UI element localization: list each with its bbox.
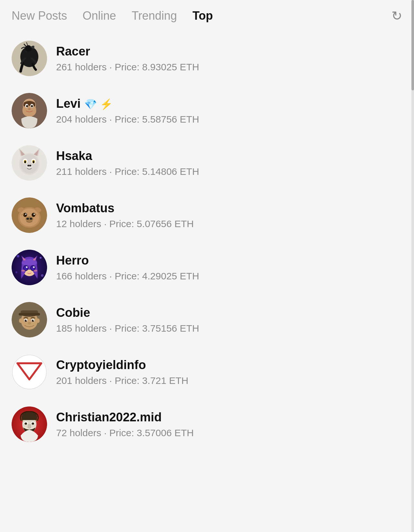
svg-point-13 — [28, 108, 31, 110]
item-sub: 72 holders · Price: 3.57006 ETH — [56, 427, 194, 438]
svg-point-25 — [25, 161, 26, 163]
item-info: Christian2022.mid 72 holders · Price: 3.… — [56, 410, 194, 438]
scrollbar-track — [411, 0, 414, 532]
avatar — [12, 93, 47, 128]
svg-point-16 — [20, 154, 38, 174]
svg-point-26 — [33, 161, 34, 163]
item-sub: 12 holders · Price: 5.07656 ETH — [56, 218, 194, 229]
svg-point-76 — [36, 318, 40, 323]
avatar — [12, 41, 47, 76]
user-list: Racer 261 holders · Price: 8.93025 ETH — [0, 29, 414, 454]
svg-rect-67 — [19, 313, 40, 316]
item-info: Herro 166 holders · Price: 4.29025 ETH — [56, 253, 199, 282]
svg-point-41 — [26, 218, 29, 220]
item-sub: 204 holders · Price: 5.58756 ETH — [56, 114, 199, 125]
list-item[interactable]: Herro 166 holders · Price: 4.29025 ETH — [0, 241, 414, 294]
scrollbar-thumb[interactable] — [411, 0, 414, 90]
svg-point-57 — [21, 270, 25, 272]
svg-point-55 — [26, 266, 28, 268]
svg-point-71 — [32, 320, 34, 322]
list-item[interactable]: Levi 💎 ⚡ 204 holders · Price: 5.58756 ET… — [0, 85, 414, 137]
svg-point-45 — [17, 255, 19, 257]
avatar — [12, 145, 47, 181]
avatar — [12, 407, 47, 442]
item-info: Hsaka 211 holders · Price: 5.14806 ETH — [56, 149, 199, 177]
item-name: Hsaka — [56, 149, 199, 164]
svg-point-42 — [30, 218, 32, 220]
svg-point-11 — [26, 105, 28, 107]
item-sub: 211 holders · Price: 5.14806 ETH — [56, 166, 199, 177]
svg-point-70 — [25, 320, 27, 322]
svg-point-87 — [25, 423, 27, 425]
svg-point-38 — [25, 214, 26, 215]
list-item[interactable]: Christian2022.mid 72 holders · Price: 3.… — [0, 398, 414, 450]
svg-point-72 — [26, 320, 26, 320]
item-name: Cobie — [56, 306, 199, 320]
item-name: Cryptoyieldinfo — [56, 358, 188, 373]
nav-tabs: New Posts Online Trending Top — [12, 9, 391, 23]
svg-point-12 — [31, 105, 33, 107]
tab-online[interactable]: Online — [83, 9, 116, 23]
svg-point-74 — [28, 322, 31, 325]
avatar — [12, 302, 47, 337]
avatar — [12, 197, 47, 233]
item-info: Cobie 185 holders · Price: 3.75156 ETH — [56, 306, 199, 334]
item-sub: 201 holders · Price: 3.721 ETH — [56, 375, 188, 386]
list-item[interactable]: Vombatus 12 holders · Price: 5.07656 ETH — [0, 189, 414, 241]
tab-new-posts[interactable]: New Posts — [12, 9, 67, 23]
svg-point-47 — [15, 271, 17, 273]
item-name: Christian2022.mid — [56, 410, 194, 425]
list-item[interactable]: Racer 261 holders · Price: 8.93025 ETH — [0, 32, 414, 85]
item-name: Vombatus — [56, 201, 194, 216]
svg-point-58 — [34, 270, 37, 272]
item-info: Levi 💎 ⚡ 204 holders · Price: 5.58756 ET… — [56, 96, 199, 125]
list-item[interactable]: Cobie 185 holders · Price: 3.75156 ETH — [0, 294, 414, 346]
header: New Posts Online Trending Top ↻ — [0, 0, 414, 29]
item-name: Racer — [56, 44, 199, 59]
svg-point-48 — [41, 274, 44, 277]
item-name: Levi 💎 ⚡ — [56, 96, 199, 111]
svg-point-30 — [29, 165, 31, 166]
app-container: New Posts Online Trending Top ↻ — [0, 0, 414, 454]
item-info: Vombatus 12 holders · Price: 5.07656 ETH — [56, 201, 194, 229]
svg-point-75 — [19, 318, 22, 323]
item-name: Herro — [56, 253, 199, 268]
tab-top[interactable]: Top — [192, 9, 213, 23]
svg-point-73 — [33, 320, 34, 320]
item-info: Cryptoyieldinfo 201 holders · Price: 3.7… — [56, 358, 188, 386]
item-sub: 261 holders · Price: 8.93025 ETH — [56, 62, 199, 73]
item-sub: 166 holders · Price: 4.29025 ETH — [56, 271, 199, 282]
refresh-button[interactable]: ↻ — [391, 9, 402, 22]
list-item[interactable]: Hsaka 211 holders · Price: 5.14806 ETH — [0, 137, 414, 189]
svg-point-29 — [27, 165, 29, 166]
item-sub: 185 holders · Price: 3.75156 ETH — [56, 323, 199, 334]
svg-point-46 — [40, 257, 42, 259]
avatar — [12, 354, 47, 390]
tab-trending[interactable]: Trending — [132, 9, 177, 23]
item-info: Racer 261 holders · Price: 8.93025 ETH — [56, 44, 199, 73]
list-item[interactable]: Cryptoyieldinfo 201 holders · Price: 3.7… — [0, 346, 414, 398]
avatar — [12, 250, 47, 285]
svg-point-88 — [32, 423, 34, 425]
svg-point-56 — [33, 266, 35, 268]
